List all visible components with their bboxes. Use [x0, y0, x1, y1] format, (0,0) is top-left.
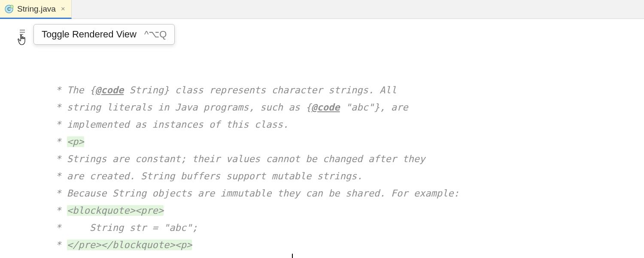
- code-line: * String str = "abc";: [35, 219, 644, 236]
- code-line: * <blockquote><pre>: [35, 202, 644, 219]
- code-area[interactable]: * The {@code String} class represents ch…: [35, 19, 644, 258]
- tab-bar: C String.java ×: [0, 0, 644, 19]
- tab-title: String.java: [17, 4, 56, 14]
- tooltip-label: Toggle Rendered View: [42, 29, 137, 40]
- editor: Toggle Rendered View ^⌥Q * The {@code St…: [0, 19, 644, 258]
- editor-gutter: [0, 19, 35, 258]
- svg-point-2: [10, 5, 13, 8]
- tooltip: Toggle Rendered View ^⌥Q: [33, 24, 175, 45]
- code-line: * Strings are constant; their values can…: [35, 150, 644, 168]
- code-line: * Because String objects are immutable t…: [35, 185, 644, 202]
- code-line: * </pre></blockquote><p>: [35, 236, 644, 254]
- java-class-icon: C: [4, 4, 14, 14]
- svg-rect-4: [20, 32, 25, 33]
- tooltip-shortcut: ^⌥Q: [144, 29, 167, 40]
- toggle-render-icon[interactable]: [19, 28, 27, 38]
- file-tab[interactable]: C String.java ×: [0, 0, 72, 19]
- code-line: * string literals in Java programs, such…: [35, 99, 644, 116]
- code-line: * The {@code String} class represents ch…: [35, 82, 644, 99]
- code-line: * are created. String buffers support mu…: [35, 168, 644, 185]
- svg-rect-5: [20, 34, 23, 35]
- close-icon[interactable]: ×: [61, 5, 65, 13]
- text-caret: [292, 254, 293, 258]
- code-line: * implemented as instances of this class…: [35, 116, 644, 133]
- code-line: * <p>: [35, 133, 644, 150]
- svg-rect-3: [20, 30, 25, 31]
- code-line: * is equivalent to:: [35, 254, 644, 258]
